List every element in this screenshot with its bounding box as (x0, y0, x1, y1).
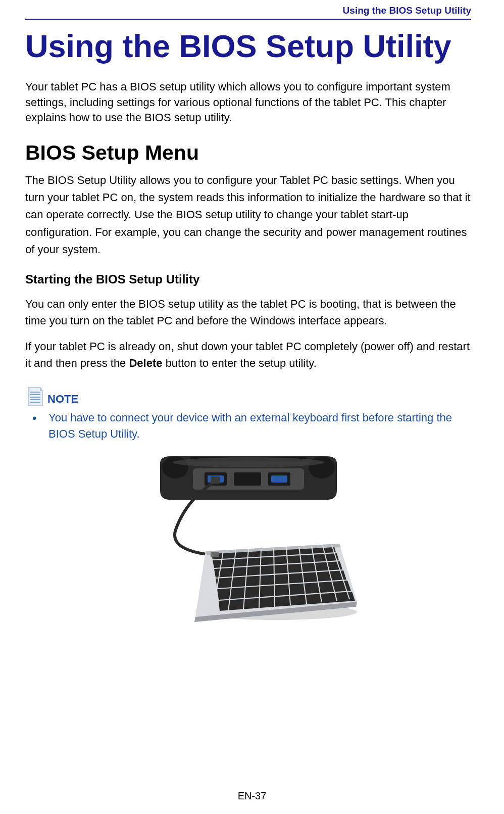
svg-rect-27 (211, 552, 219, 557)
note-header: NOTE (25, 386, 471, 407)
note-icon (25, 386, 44, 407)
subsection-heading-starting: Starting the BIOS Setup Utility (25, 272, 471, 286)
svg-point-6 (309, 456, 335, 478)
svg-rect-11 (234, 472, 261, 486)
paragraph-starting-1: You can only enter the BIOS setup utilit… (25, 296, 471, 329)
note-list-item: You have to connect your device with an … (29, 410, 471, 442)
svg-rect-13 (271, 475, 287, 483)
intro-paragraph: Your tablet PC has a BIOS setup utility … (25, 79, 471, 126)
note-list: You have to connect your device with an … (25, 410, 471, 442)
svg-point-5 (162, 456, 188, 478)
paragraph-starting-2: If your tablet PC is already on, shut do… (25, 338, 471, 371)
note-block: NOTE You have to connect your device wit… (25, 386, 471, 442)
p2-suffix: button to enter the setup utility. (163, 357, 317, 369)
p2-bold-delete: Delete (129, 357, 162, 369)
section-heading-bios-menu: BIOS Setup Menu (25, 141, 471, 165)
device-keyboard-image (140, 450, 357, 622)
note-label: NOTE (47, 393, 78, 407)
page-title: Using the BIOS Setup Utility (25, 26, 471, 67)
section-paragraph-bios-menu: The BIOS Setup Utility allows you to con… (25, 172, 471, 258)
svg-point-14 (173, 457, 324, 467)
running-header: Using the BIOS Setup Utility (25, 5, 471, 20)
svg-rect-15 (211, 476, 220, 484)
device-image-container (25, 450, 471, 622)
page-footer: EN-37 (0, 790, 504, 802)
